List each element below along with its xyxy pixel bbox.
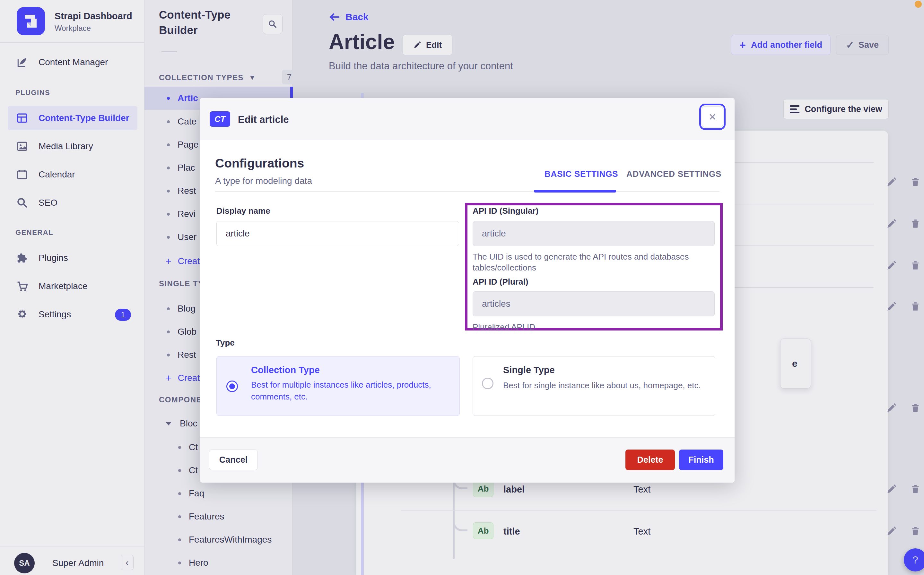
cancel-button[interactable]: Cancel [209, 450, 258, 470]
active-tab-indicator [534, 190, 616, 192]
delete-button[interactable]: Delete [625, 450, 675, 470]
configurations-subheading: A type for modeling data [215, 176, 312, 186]
api-id-plural-label: API ID (Plural) [472, 277, 528, 287]
api-id-plural-input[interactable] [472, 291, 715, 316]
display-name-label: Display name [216, 206, 270, 216]
api-id-singular-label: API ID (Singular) [472, 206, 538, 216]
api-id-plural-hint: Pluralized API ID [472, 321, 535, 332]
close-icon: ✕ [708, 111, 716, 122]
collection-type-option[interactable]: Collection Type Best for multiple instan… [216, 356, 460, 416]
single-type-option[interactable]: Single Type Best for single instance lik… [472, 356, 715, 416]
display-name-input[interactable] [216, 221, 459, 246]
tab-advanced-settings[interactable]: ADVANCED SETTINGS [627, 169, 721, 179]
modal-footer: Cancel Delete Finish [200, 437, 735, 483]
content-type-badge: CT [210, 111, 230, 127]
edit-article-modal: CT Edit article ✕ Configurations A type … [200, 98, 735, 483]
modal-title: Edit article [238, 114, 289, 125]
api-id-singular-input[interactable] [472, 221, 715, 246]
type-label: Type [216, 338, 235, 348]
configurations-heading: Configurations [215, 156, 304, 170]
modal-header: CT Edit article ✕ [200, 98, 735, 140]
api-id-singular-hint: The UID is used to generate the API rout… [472, 251, 710, 273]
divider [215, 191, 719, 192]
radio-selected-icon[interactable] [226, 381, 238, 392]
tab-basic-settings[interactable]: BASIC SETTINGS [544, 169, 618, 179]
radio-unselected-icon[interactable] [482, 378, 493, 389]
close-button[interactable]: ✕ [702, 106, 723, 127]
finish-button[interactable]: Finish [679, 450, 724, 470]
recording-indicator-dot [915, 1, 922, 8]
